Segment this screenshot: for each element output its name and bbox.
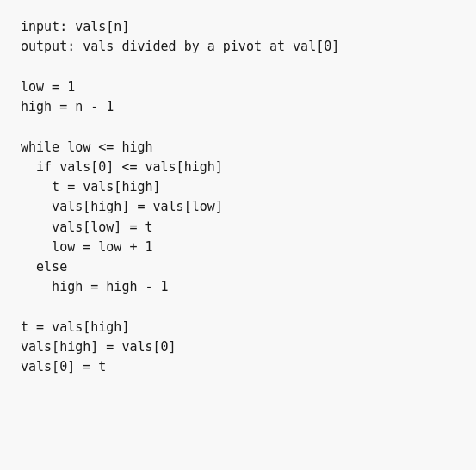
code-container: input: vals[n] output: vals divided by a…	[0, 0, 476, 470]
code-block: input: vals[n] output: vals divided by a…	[21, 17, 455, 378]
